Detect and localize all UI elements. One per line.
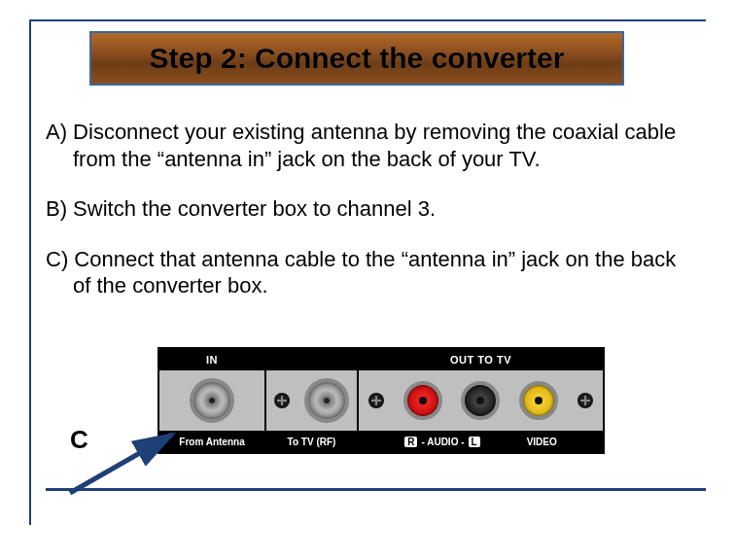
jack-to-tv-rf: [304, 378, 349, 423]
screw-icon: [368, 393, 384, 408]
audio-l-tag: L: [469, 437, 480, 447]
bottom-rule: [46, 488, 706, 491]
step-b-text: B) Switch the converter box to channel 3…: [46, 195, 687, 223]
label-from-antenna: From Antenna: [159, 431, 264, 452]
slide-title: Step 2: Connect the converter: [150, 42, 565, 75]
slide-frame: Step 2: Connect the converter A) Disconn…: [29, 19, 706, 525]
rca-audio-left: [461, 381, 500, 420]
section-out-to-tv: OUT TO TV R - AUDIO - L VIDEO: [359, 349, 603, 452]
step-b: B) Switch the converter box to channel 3…: [46, 195, 687, 223]
header-out: OUT TO TV: [359, 349, 603, 370]
label-to-tv-rf: To TV (RF): [266, 431, 357, 452]
step-a: A) Disconnect your existing antenna by r…: [46, 119, 687, 172]
jack-from-antenna: [190, 378, 234, 423]
audio-mid-text: - AUDIO -: [421, 437, 464, 447]
screw-icon: [578, 393, 593, 408]
rca-video: [519, 381, 558, 420]
label-audio-video: R - AUDIO - L VIDEO: [359, 431, 603, 452]
converter-back-panel: IN From Antenna . To TV (RF) OUT TO TV: [158, 347, 605, 454]
header-in: IN: [159, 349, 264, 370]
screw-icon: [274, 393, 290, 408]
body-text: A) Disconnect your existing antenna by r…: [46, 119, 687, 323]
step-a-text: A) Disconnect your existing antenna by r…: [46, 119, 687, 172]
header-blank: .: [266, 349, 357, 370]
rca-audio-right: [403, 381, 442, 420]
title-banner: Step 2: Connect the converter: [89, 31, 624, 86]
audio-r-tag: R: [404, 437, 417, 447]
video-text: VIDEO: [527, 437, 557, 447]
step-c: C) Connect that antenna cable to the “an…: [46, 246, 687, 299]
callout-letter-c: C: [70, 425, 88, 455]
step-c-text: C) Connect that antenna cable to the “an…: [46, 246, 687, 299]
section-to-tv-rf: . To TV (RF): [266, 349, 359, 452]
section-in: IN From Antenna: [159, 349, 266, 452]
